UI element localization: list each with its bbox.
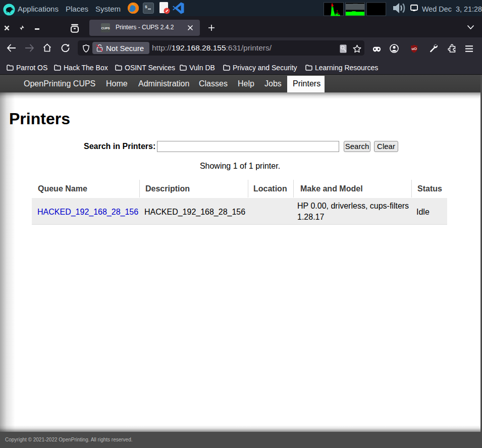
svg-text:CUPS: CUPS [101, 26, 110, 30]
svg-text:uO: uO [411, 46, 417, 51]
svg-text:$: $ [145, 5, 147, 9]
